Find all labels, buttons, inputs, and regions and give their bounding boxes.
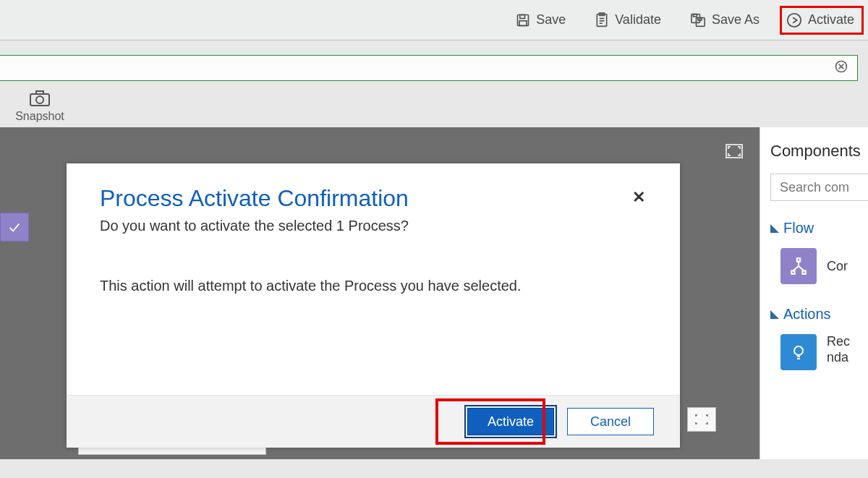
dialog-activate-button[interactable]: Activate — [467, 408, 554, 435]
top-toolbar: Save Validate Save As Activate — [0, 0, 868, 40]
save-as-label: Save As — [712, 12, 760, 27]
actions-section-header[interactable]: Actions — [770, 306, 868, 323]
snapshot-button[interactable]: Snapshot — [7, 90, 72, 123]
save-as-icon — [690, 13, 706, 27]
save-button[interactable]: Save — [511, 9, 570, 30]
activate-button[interactable]: Activate — [780, 6, 864, 35]
actions-label: Actions — [783, 306, 831, 323]
actions-item-line1: Rec — [827, 334, 850, 350]
dialog-close-button[interactable]: ✕ — [632, 188, 645, 207]
flow-item-label: Cor — [827, 259, 848, 274]
notification-bar — [0, 55, 858, 81]
svg-marker-27 — [770, 310, 779, 319]
save-label: Save — [536, 12, 566, 27]
svg-line-25 — [793, 266, 799, 271]
close-circle-icon — [834, 59, 848, 74]
flow-condition-tile[interactable]: Cor — [780, 248, 868, 284]
svg-rect-2 — [519, 20, 527, 25]
svg-rect-9 — [693, 14, 697, 16]
dialog-body-text: This action will attempt to activate the… — [100, 278, 650, 294]
svg-line-26 — [799, 266, 804, 271]
dialog-title: Process Activate Confirmation — [100, 185, 650, 212]
validate-button[interactable]: Validate — [590, 9, 665, 31]
clipboard-icon — [595, 12, 609, 28]
dialog-cancel-button[interactable]: Cancel — [567, 408, 654, 435]
search-placeholder: Search com — [780, 180, 849, 195]
svg-rect-21 — [797, 258, 800, 261]
dialog-subtitle: Do you want to activate the selected 1 P… — [100, 218, 650, 234]
corners-icon — [694, 414, 709, 425]
svg-rect-23 — [802, 271, 805, 274]
validate-label: Validate — [615, 12, 661, 27]
svg-rect-22 — [791, 271, 794, 274]
actions-item-line2: nda — [827, 350, 850, 366]
fullscreen-button[interactable] — [725, 143, 744, 162]
search-input[interactable]: Search com — [770, 174, 868, 201]
flow-label: Flow — [783, 220, 814, 236]
branch-icon — [780, 248, 817, 284]
fullscreen-icon — [725, 143, 744, 159]
camera-icon — [29, 90, 51, 107]
snapshot-label: Snapshot — [15, 110, 64, 123]
play-circle-icon — [786, 12, 802, 28]
svg-rect-1 — [520, 14, 525, 18]
svg-point-17 — [36, 96, 43, 103]
svg-point-12 — [788, 13, 801, 26]
check-icon — [7, 219, 22, 235]
components-panel: Components Search com Flow Cor Actions R… — [760, 127, 868, 459]
flow-section-header[interactable]: Flow — [770, 220, 868, 236]
svg-point-28 — [794, 346, 803, 355]
svg-rect-18 — [36, 91, 43, 94]
save-as-button[interactable]: Save As — [686, 9, 764, 30]
notification-close-button[interactable] — [834, 59, 848, 77]
svg-marker-20 — [770, 224, 779, 233]
triangle-icon — [770, 310, 779, 319]
actions-recommendation-tile[interactable]: Rec nda — [780, 334, 868, 370]
save-icon — [516, 13, 530, 27]
confirmation-dialog: Process Activate Confirmation Do you wan… — [67, 163, 680, 448]
canvas-control-peek[interactable] — [687, 407, 716, 432]
activate-label: Activate — [808, 12, 854, 27]
dialog-footer: Activate Cancel — [67, 395, 680, 448]
triangle-icon — [770, 224, 779, 233]
components-title: Components — [770, 142, 868, 161]
selected-node-handle[interactable] — [0, 213, 29, 242]
lightbulb-icon — [780, 334, 817, 370]
